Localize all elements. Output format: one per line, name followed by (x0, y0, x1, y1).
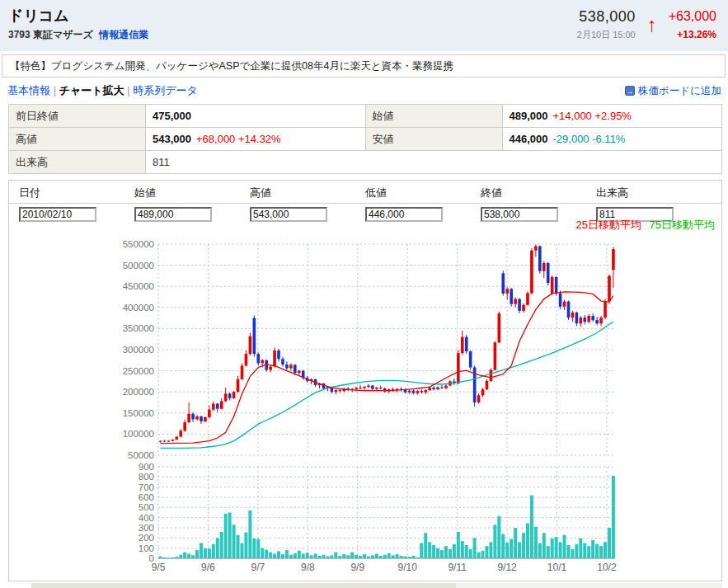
high-label: 高値 (9, 128, 146, 151)
open-field-label: 始値 (124, 186, 240, 200)
high-field-label: 高値 (240, 186, 355, 200)
svg-text:10/2: 10/2 (597, 562, 617, 573)
close-input[interactable] (481, 207, 558, 222)
svg-text:150000: 150000 (123, 408, 154, 418)
stock-identity: ドリコム 3793 東証マザーズ 情報通信業 (8, 7, 148, 42)
low-value: 446,000-29,000 -6.11% (502, 128, 722, 151)
prev-close-label: 前日終値 (9, 105, 146, 128)
svg-text:400000: 400000 (123, 303, 154, 313)
svg-text:500000: 500000 (123, 261, 154, 270)
volume-field-label: 出来高 (586, 186, 702, 200)
table-row: 出来高 811 (9, 151, 722, 174)
next-section-edge (31, 583, 722, 588)
legend-ma75: 75日移動平均 (650, 219, 715, 231)
svg-text:10/1: 10/1 (547, 562, 567, 573)
chart-module: 日付 始値 高値 低値 終値 出来高 25日移動平均 75日移動平均 55000… (8, 180, 722, 581)
svg-text:350000: 350000 (123, 323, 154, 333)
quote-summary-table: 前日終値 475,000 始値 489,000+14,000 +2.95% 高値… (8, 104, 722, 174)
svg-text:500: 500 (139, 502, 154, 512)
price-up-arrow-icon: ↑ (647, 15, 657, 35)
price-volume-chart: 5500005000004500004000003500003000002500… (9, 230, 721, 581)
price-change: +63,000 (669, 9, 716, 24)
nav-time-series-link[interactable]: 時系列データ (133, 84, 198, 96)
svg-text:100: 100 (139, 543, 154, 553)
open-label: 始値 (365, 105, 502, 128)
high-value: 543,000+68,000 +14.32% (146, 128, 366, 151)
svg-text:50000: 50000 (128, 450, 154, 460)
svg-text:9/7: 9/7 (251, 562, 265, 573)
svg-text:250000: 250000 (123, 366, 154, 376)
nav-separator: | (127, 84, 129, 96)
add-to-price-board-link[interactable]: 株価ボードに追加 (638, 84, 721, 98)
stock-name: ドリコム (8, 7, 148, 25)
company-feature-text: 【特色】ブログシステム開発、パッケージやASPで企業に提供08年4月に楽天と資本… (2, 54, 726, 78)
svg-text:600: 600 (139, 492, 154, 502)
stock-nav: 基本情報 | チャート拡大 | 時系列データ → 株価ボードに追加 (0, 78, 728, 103)
svg-text:200: 200 (139, 533, 154, 543)
svg-text:900: 900 (139, 462, 154, 472)
svg-text:300: 300 (139, 523, 154, 533)
svg-text:100000: 100000 (123, 429, 154, 439)
price-change-percent: +13.26% (669, 29, 716, 40)
svg-text:700: 700 (139, 482, 154, 492)
table-row: 前日終値 475,000 始値 489,000+14,000 +2.95% (9, 105, 722, 128)
stock-header: ドリコム 3793 東証マザーズ 情報通信業 538,000 2月10日 15:… (0, 0, 728, 51)
low-field-label: 低値 (355, 186, 471, 200)
date-field-label: 日付 (9, 186, 124, 200)
svg-text:550000: 550000 (123, 239, 154, 249)
svg-text:9/9: 9/9 (350, 562, 364, 573)
high-change: +68,000 +14.32% (196, 133, 281, 145)
open-value: 489,000+14,000 +2.95% (502, 105, 722, 128)
volume-value: 811 (146, 151, 722, 174)
volume-label: 出来高 (9, 151, 146, 174)
svg-text:9/5: 9/5 (152, 562, 166, 573)
svg-text:9/12: 9/12 (497, 562, 517, 573)
add-board-icon: → (625, 86, 635, 96)
ohlc-form-labels: 日付 始値 高値 低値 終値 出来高 (9, 181, 721, 204)
table-row: 高値 543,000+68,000 +14.32% 安値 446,000-29,… (9, 128, 722, 151)
nav-separator: | (54, 84, 56, 96)
date-input[interactable] (19, 207, 96, 222)
svg-text:200000: 200000 (123, 387, 154, 397)
svg-text:800: 800 (139, 472, 154, 482)
svg-text:9/10: 9/10 (398, 562, 418, 573)
close-field-label: 終値 (471, 186, 586, 200)
svg-text:9/6: 9/6 (201, 562, 215, 573)
open-input[interactable] (134, 207, 212, 222)
prev-close-value: 475,000 (146, 105, 366, 128)
current-price: 538,000 (577, 8, 636, 26)
legend-ma25: 25日移動平均 (575, 219, 641, 231)
stock-market: 東証マザーズ (33, 29, 93, 40)
nav-basic-info-link[interactable]: 基本情報 (7, 84, 50, 96)
stock-code: 3793 (8, 29, 31, 40)
svg-text:9/8: 9/8 (301, 562, 315, 573)
svg-text:300000: 300000 (123, 345, 154, 355)
svg-text:9/11: 9/11 (448, 562, 467, 573)
svg-text:400: 400 (139, 513, 154, 523)
low-input[interactable] (365, 207, 443, 222)
low-label: 安値 (365, 128, 502, 151)
svg-text:450000: 450000 (123, 281, 154, 291)
quote-datetime: 2月10日 15:00 (577, 29, 636, 41)
open-change: +14,000 +2.95% (553, 110, 632, 122)
low-change: -29,000 -6.11% (553, 133, 626, 145)
high-input[interactable] (250, 207, 327, 222)
nav-chart-zoom-current: チャート拡大 (59, 84, 124, 96)
industry-link[interactable]: 情報通信業 (99, 29, 148, 40)
